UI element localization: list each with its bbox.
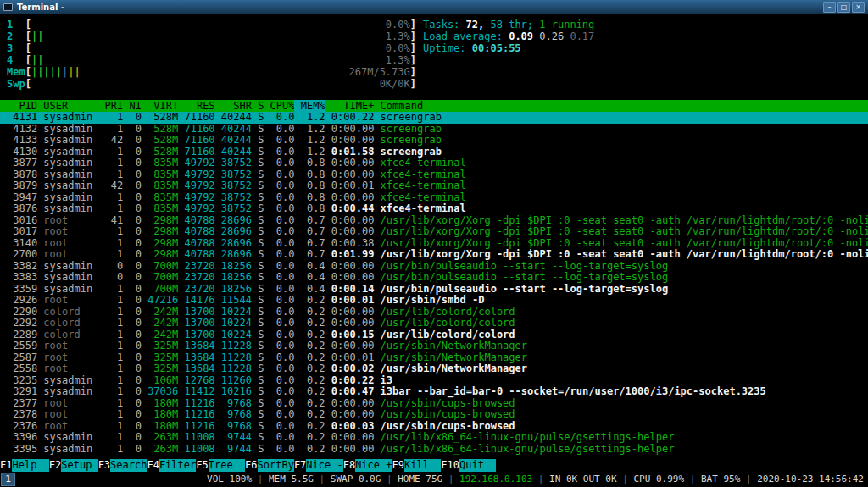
header-cell-virt[interactable]: VIRT <box>142 100 178 112</box>
process-row-2290[interactable]: 2290colord10242M1370010224S0.00.20:00.00… <box>0 307 868 318</box>
cell-mem: 0.4 <box>294 272 325 284</box>
process-row-3382[interactable]: 3382sysadmin00700M2372018256S0.00.40:00.… <box>0 261 868 273</box>
process-row-2700[interactable]: 2700root10298M4078828696S0.00.70:01.99/u… <box>0 249 868 261</box>
cell-ni: 0 <box>123 169 142 181</box>
process-row-3359[interactable]: 3359sysadmin10700M2372018256S0.00.40:00.… <box>0 284 868 296</box>
process-row-2558[interactable]: 2558root10325M1368411228S0.00.20:00.02/u… <box>0 363 868 375</box>
header-cell-res[interactable]: RES <box>178 100 214 112</box>
process-row-2292[interactable]: 2292colord10242M1370010224S0.00.20:00.00… <box>0 318 868 329</box>
fkey-label: Search <box>110 459 147 472</box>
tasks-threads: 58 thr; <box>490 19 539 30</box>
fkey-f9[interactable]: F9Kill <box>392 459 442 472</box>
process-row-3876[interactable]: 3876sysadmin10835M4979238752S0.00.80:00.… <box>0 203 868 215</box>
process-row-3879[interactable]: 3879sysadmin420835M4979238752S0.00.80:00… <box>0 180 868 192</box>
process-row-4131[interactable]: 4131sysadmin10528M7116040244S0.01.20:00.… <box>0 112 868 124</box>
cell-time: 0:00.00 <box>326 135 375 147</box>
process-row-3291[interactable]: 3291sysadmin10370361141210216S0.00.20:00… <box>0 386 868 398</box>
header-cell-mem[interactable]: MEM% <box>294 100 325 112</box>
cell-command: /usr/sbin/NetworkManager <box>374 340 868 352</box>
cell-user: sysadmin <box>37 124 98 136</box>
fkey-f5[interactable]: F5Tree <box>196 459 245 472</box>
process-row-4133[interactable]: 4133sysadmin420528M7116040244S0.01.20:00… <box>0 135 868 147</box>
fkey-f4[interactable]: F4Filter <box>147 459 196 472</box>
cell-time: 0:00.14 <box>326 284 375 296</box>
process-row-2376[interactable]: 2376root10180M112169768S0.00.20:00.03/us… <box>0 421 868 433</box>
process-row-3396[interactable]: 3396sysadmin10263M110089744S0.00.20:00.0… <box>0 432 868 444</box>
cell-user: sysadmin <box>37 261 98 273</box>
cell-time: 0:00.00 <box>326 169 375 181</box>
cell-user: sysadmin <box>37 147 98 158</box>
cell-shr: 28696 <box>215 226 252 238</box>
cell-pri: 1 <box>98 203 123 215</box>
uptime: Uptime: 00:05:55 <box>423 42 594 54</box>
cell-state: S <box>252 318 264 329</box>
process-row-3395[interactable]: 3395sysadmin10263M110089744S0.00.20:00.0… <box>0 444 868 456</box>
cell-res: 12768 <box>178 375 214 387</box>
fkey-f8[interactable]: F8Nice + <box>343 459 392 472</box>
fkey-f10[interactable]: F10Quit <box>441 459 496 472</box>
titlebar[interactable]: Terminal - – □ × <box>0 0 868 14</box>
window-title: Terminal - <box>17 3 64 12</box>
table-header: PIDUSERPRINIVIRTRESSHRSCPU%MEM%TIME+Comm… <box>0 100 868 112</box>
process-row-2289[interactable]: 2289colord10242M1370010224S0.00.20:00.15… <box>0 329 868 341</box>
cell-virt: 528M <box>142 112 178 124</box>
fkey-number: F6 <box>245 459 257 472</box>
process-row-4130[interactable]: 4130sysadmin10528M7116040244S0.01.20:01.… <box>0 147 868 158</box>
fkey-number: F2 <box>49 459 61 472</box>
header-cell-user[interactable]: USER <box>37 100 98 112</box>
process-row-4132[interactable]: 4132sysadmin10528M7116040244S0.01.20:00.… <box>0 124 868 136</box>
process-row-3877[interactable]: 3877sysadmin10835M4979238752S0.00.80:00.… <box>0 158 868 169</box>
header-cell-pri[interactable]: PRI <box>98 100 123 112</box>
process-row-3947[interactable]: 3947sysadmin10835M4979238752S0.00.80:00.… <box>0 192 868 204</box>
cell-virt: 325M <box>142 363 178 375</box>
process-row-3235[interactable]: 3235sysadmin10106M1276811260S0.00.20:00.… <box>0 375 868 387</box>
process-row-3383[interactable]: 3383sysadmin00700M2372018256S0.00.40:00.… <box>0 272 868 284</box>
cell-time: 0:00.01 <box>326 180 375 192</box>
cell-time: 0:00.00 <box>326 124 375 136</box>
header-cell-command[interactable]: Command <box>374 100 868 112</box>
process-row-2378[interactable]: 2378root10180M112169768S0.00.20:00.00/us… <box>0 409 868 421</box>
close-button[interactable]: × <box>852 2 865 13</box>
cell-res: 23720 <box>178 284 214 296</box>
fkey-f1[interactable]: F1Help <box>0 459 49 472</box>
cell-command: xfce4-terminal <box>374 169 868 181</box>
process-row-2377[interactable]: 2377root10180M112169768S0.00.20:00.00/us… <box>0 398 868 410</box>
cell-mem: 0.4 <box>294 284 325 296</box>
cell-cpu: 0.0 <box>264 158 294 169</box>
process-row-3017[interactable]: 3017root10298M4078828696S0.00.70:00.00/u… <box>0 226 868 238</box>
cell-virt: 242M <box>142 318 178 329</box>
cell-pri: 1 <box>98 284 123 296</box>
meter-open-bracket: [ <box>25 54 31 66</box>
header-cell-time[interactable]: TIME+ <box>326 100 375 112</box>
process-row-2587[interactable]: 2587root10325M1368411228S0.00.20:00.01/u… <box>0 352 868 364</box>
status-separator: | <box>314 473 331 486</box>
header-cell-pid[interactable]: PID <box>0 100 37 112</box>
process-row-3878[interactable]: 3878sysadmin10835M4979238752S0.00.80:00.… <box>0 169 868 181</box>
cell-pri: 41 <box>98 215 123 227</box>
fkey-label: Kill <box>404 459 441 472</box>
cell-pri: 1 <box>98 329 123 341</box>
header-cell-s[interactable]: S <box>252 100 264 112</box>
workspace-button[interactable]: 1 <box>1 473 15 486</box>
cell-cpu: 0.0 <box>264 124 294 136</box>
meter-close-bracket: ] <box>410 78 416 90</box>
cell-pid: 2377 <box>0 398 37 410</box>
header-cell-shr[interactable]: SHR <box>215 100 252 112</box>
minimize-button[interactable]: – <box>823 2 836 13</box>
fkey-f6[interactable]: F6SortBy <box>245 459 294 472</box>
header-cell-cpu[interactable]: CPU% <box>264 100 294 112</box>
process-row-2926[interactable]: 2926root10472161417611544S0.00.20:00.01/… <box>0 295 868 307</box>
fkey-f2[interactable]: F2Setup <box>49 459 98 472</box>
process-row-3016[interactable]: 3016root410298M4078828696S0.00.70:00.00/… <box>0 215 868 227</box>
cell-pid: 3291 <box>0 386 37 398</box>
cell-res: 14176 <box>178 295 214 307</box>
process-row-3140[interactable]: 3140root10298M4078828696S0.00.70:00.38/u… <box>0 238 868 250</box>
header-cell-ni[interactable]: NI <box>123 100 142 112</box>
cell-command: /usr/lib/x86_64-linux-gnu/pulse/gsetting… <box>374 444 868 456</box>
process-row-2559[interactable]: 2559root10325M1368411228S0.00.20:00.00/u… <box>0 340 868 352</box>
cell-mem: 0.2 <box>294 444 325 456</box>
fkey-f7[interactable]: F7Nice - <box>294 459 343 472</box>
maximize-button[interactable]: □ <box>837 2 850 13</box>
cell-command: i3 <box>374 375 868 387</box>
fkey-f3[interactable]: F3Search <box>98 459 147 472</box>
